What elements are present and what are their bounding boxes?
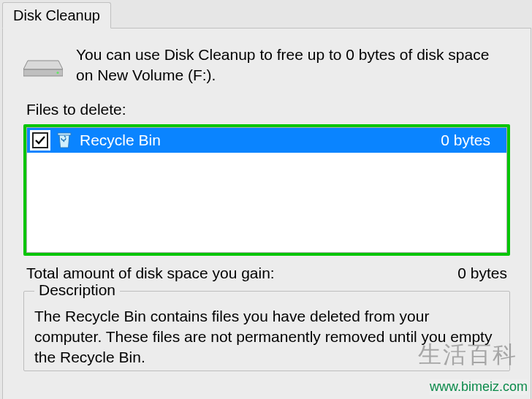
checkbox-recycle-bin[interactable]	[30, 130, 50, 151]
tab-disk-cleanup[interactable]: Disk Cleanup	[2, 2, 111, 28]
svg-marker-0	[23, 61, 63, 69]
description-groupbox: Description The Recycle Bin contains fil…	[23, 291, 510, 371]
panel-disk-cleanup: You can use Disk Cleanup to free up to 0…	[2, 28, 531, 399]
description-legend: Description	[34, 281, 120, 299]
svg-point-2	[56, 72, 58, 74]
item-label: Recycle Bin	[78, 132, 436, 149]
recycle-bin-icon	[55, 131, 74, 150]
intro-row: You can use Disk Cleanup to free up to 0…	[3, 28, 531, 92]
svg-rect-3	[58, 133, 71, 135]
total-label: Total amount of disk space you gain:	[26, 265, 275, 282]
files-to-delete-label: Files to delete:	[3, 92, 531, 123]
files-listbox[interactable]: Recycle Bin 0 bytes	[26, 127, 507, 253]
intro-text: You can use Disk Cleanup to free up to 0…	[76, 45, 500, 86]
checkbox-box	[32, 132, 48, 148]
list-item[interactable]: Recycle Bin 0 bytes	[27, 128, 506, 153]
highlight-outline: Recycle Bin 0 bytes	[23, 124, 510, 256]
drive-icon	[23, 48, 63, 80]
tab-label: Disk Cleanup	[13, 7, 100, 24]
total-value: 0 bytes	[457, 265, 507, 282]
description-text: The Recycle Bin contains files you have …	[34, 306, 499, 368]
item-size: 0 bytes	[441, 132, 506, 149]
